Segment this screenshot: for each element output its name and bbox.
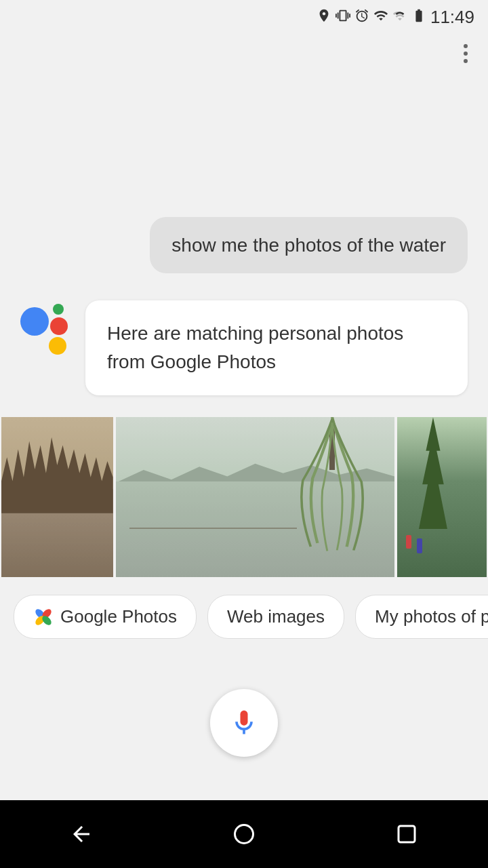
svg-point-4 bbox=[235, 825, 253, 844]
status-icons: 11:49 bbox=[317, 7, 474, 28]
vibrate-icon bbox=[336, 8, 350, 26]
google-photos-icon bbox=[33, 607, 54, 627]
dot2 bbox=[464, 52, 468, 56]
scene2-mist bbox=[116, 417, 395, 577]
assistant-dots bbox=[20, 304, 75, 358]
person-1 bbox=[406, 535, 411, 549]
battery-icon bbox=[411, 8, 426, 26]
photo-item-2[interactable] bbox=[115, 416, 396, 578]
assistant-dot-green bbox=[53, 304, 64, 315]
chip-my-photos-people-label: My photos of people bbox=[375, 606, 488, 627]
signal-icon bbox=[392, 8, 407, 26]
back-icon bbox=[69, 822, 94, 846]
chip-web-images[interactable]: Web images bbox=[207, 595, 344, 639]
assistant-dot-red bbox=[50, 317, 68, 335]
status-time: 11:49 bbox=[430, 7, 474, 28]
wifi-icon bbox=[373, 8, 388, 26]
mic-container bbox=[0, 689, 488, 757]
action-chips: Google Photos Web images My photos of pe… bbox=[0, 578, 488, 655]
nav-back-button[interactable] bbox=[66, 819, 96, 849]
alarm-icon bbox=[354, 8, 369, 26]
mic-icon bbox=[229, 708, 259, 738]
nav-recents-button[interactable] bbox=[392, 819, 422, 849]
recents-icon bbox=[394, 822, 419, 846]
photo-item-1[interactable] bbox=[0, 416, 115, 578]
location-icon bbox=[317, 8, 331, 26]
nav-home-button[interactable] bbox=[229, 819, 259, 849]
user-query-container: show me the photos of the water bbox=[0, 203, 488, 287]
photo-scene-1 bbox=[1, 417, 113, 577]
chip-my-photos-people[interactable]: My photos of people bbox=[355, 595, 488, 639]
nav-bar bbox=[0, 800, 488, 868]
more-options-button[interactable] bbox=[464, 44, 468, 63]
chip-web-images-label: Web images bbox=[227, 606, 325, 627]
photo-scene-3 bbox=[397, 417, 487, 577]
dot3 bbox=[464, 59, 468, 63]
photo-grid bbox=[0, 416, 488, 578]
status-bar: 11:49 bbox=[0, 0, 488, 34]
assistant-response-bubble: Here are matching personal photos from G… bbox=[85, 300, 468, 395]
svg-rect-5 bbox=[399, 826, 415, 842]
people-silhouettes bbox=[406, 535, 422, 553]
photo-item-3[interactable] bbox=[396, 416, 488, 578]
mic-button[interactable] bbox=[210, 689, 278, 757]
chip-google-photos[interactable]: Google Photos bbox=[14, 595, 197, 639]
user-query-bubble: show me the photos of the water bbox=[150, 217, 468, 273]
dot1 bbox=[464, 44, 468, 48]
assistant-response-container: Here are matching personal photos from G… bbox=[0, 287, 488, 409]
photo-scene-2 bbox=[116, 417, 395, 577]
chip-google-photos-label: Google Photos bbox=[60, 606, 177, 627]
assistant-dot-yellow bbox=[49, 337, 66, 355]
assistant-logo bbox=[20, 304, 75, 358]
home-icon bbox=[232, 822, 256, 846]
person-2 bbox=[417, 538, 422, 553]
scene1-fog bbox=[1, 417, 113, 577]
assistant-dot-blue bbox=[20, 307, 49, 336]
